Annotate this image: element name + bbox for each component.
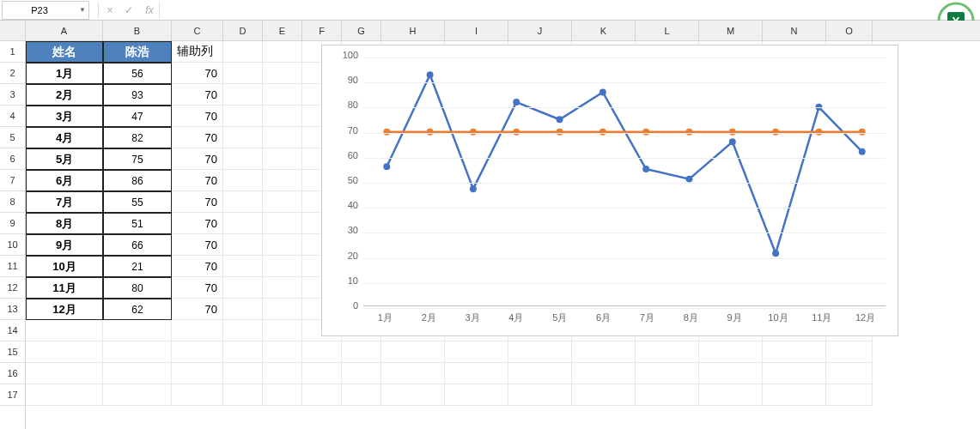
row-header[interactable]: 15	[0, 341, 25, 363]
row-header[interactable]: 17	[0, 384, 25, 406]
cell[interactable]: 2月	[26, 84, 103, 106]
name-box[interactable]: P23 ▼	[2, 1, 89, 20]
cell[interactable]: 82	[103, 127, 172, 148]
chart-data-point[interactable]	[557, 116, 563, 123]
cell[interactable]: 11月	[26, 277, 103, 299]
cell[interactable]	[263, 63, 302, 84]
cell[interactable]	[342, 363, 381, 384]
column-header[interactable]: K	[572, 21, 636, 40]
cell[interactable]	[302, 341, 342, 363]
cell[interactable]: 70	[172, 106, 223, 127]
cell[interactable]: 姓名	[26, 41, 103, 63]
select-all-corner[interactable]	[0, 21, 25, 41]
cell[interactable]: 10月	[26, 256, 103, 277]
cell[interactable]	[263, 84, 302, 106]
cell[interactable]: 70	[172, 84, 223, 106]
cell[interactable]	[763, 363, 826, 384]
row-header[interactable]: 8	[0, 191, 25, 213]
cell[interactable]	[103, 363, 172, 384]
row-header[interactable]: 6	[0, 148, 25, 170]
row-header[interactable]: 10	[0, 234, 25, 256]
cell[interactable]: 51	[103, 213, 172, 234]
row-header[interactable]: 16	[0, 363, 25, 384]
cell[interactable]	[302, 363, 342, 384]
cell[interactable]: 辅助列	[172, 41, 223, 63]
column-header[interactable]: A	[26, 21, 103, 40]
cell[interactable]	[381, 341, 445, 363]
column-header[interactable]: I	[445, 21, 508, 40]
chart-data-point[interactable]	[859, 148, 866, 155]
row-header[interactable]: 14	[0, 320, 25, 341]
cell[interactable]	[263, 127, 302, 148]
cell[interactable]: 5月	[26, 148, 103, 170]
cell[interactable]	[263, 363, 302, 384]
cell[interactable]	[636, 384, 699, 406]
cell[interactable]: 56	[103, 63, 172, 84]
row-header[interactable]: 7	[0, 170, 25, 191]
cell[interactable]	[381, 363, 445, 384]
chart-data-point[interactable]	[470, 185, 477, 192]
chart-data-point[interactable]	[383, 163, 390, 170]
cell[interactable]	[223, 213, 263, 234]
chart-series-line[interactable]	[387, 75, 861, 253]
cell[interactable]: 75	[103, 148, 172, 170]
cell[interactable]	[699, 363, 763, 384]
cell[interactable]	[223, 127, 263, 148]
embedded-chart[interactable]: 01020304050607080901001月2月3月4月5月6月7月8月9月…	[321, 45, 898, 336]
cell[interactable]	[763, 384, 826, 406]
cell[interactable]: 70	[172, 63, 223, 84]
cell[interactable]: 6月	[26, 170, 103, 191]
cell[interactable]	[172, 320, 223, 341]
cell[interactable]	[263, 234, 302, 256]
row-header[interactable]: 9	[0, 213, 25, 234]
row-header[interactable]: 11	[0, 256, 25, 277]
formula-input[interactable]	[161, 1, 980, 20]
cell[interactable]	[263, 384, 302, 406]
cell[interactable]	[263, 277, 302, 299]
cell[interactable]	[263, 106, 302, 127]
chart-data-point[interactable]	[686, 176, 693, 183]
cell[interactable]	[223, 191, 263, 213]
column-header[interactable]: L	[636, 21, 699, 40]
cell[interactable]	[572, 384, 636, 406]
cell[interactable]: 70	[172, 170, 223, 191]
cell[interactable]	[763, 341, 826, 363]
chart-data-point[interactable]	[513, 99, 520, 106]
cell[interactable]	[172, 363, 223, 384]
cell[interactable]: 55	[103, 191, 172, 213]
column-header[interactable]: G	[342, 21, 381, 40]
cell[interactable]: 3月	[26, 106, 103, 127]
cell[interactable]	[223, 148, 263, 170]
cell[interactable]: 70	[172, 148, 223, 170]
column-header[interactable]: C	[172, 21, 223, 40]
cell[interactable]: 9月	[26, 234, 103, 256]
cell[interactable]	[826, 384, 873, 406]
column-header[interactable]: B	[103, 21, 172, 40]
cell[interactable]	[223, 256, 263, 277]
cell[interactable]	[699, 341, 763, 363]
cell[interactable]	[699, 384, 763, 406]
row-header[interactable]: 5	[0, 127, 25, 148]
cell[interactable]	[103, 320, 172, 341]
cell[interactable]: 8月	[26, 213, 103, 234]
cell[interactable]	[826, 363, 873, 384]
cell[interactable]	[445, 363, 508, 384]
cell[interactable]	[508, 384, 572, 406]
cell[interactable]	[826, 341, 873, 363]
column-header[interactable]: E	[263, 21, 302, 40]
cell[interactable]: 62	[103, 299, 172, 320]
chart-data-point[interactable]	[729, 138, 736, 145]
cell[interactable]	[223, 363, 263, 384]
chart-data-point[interactable]	[600, 89, 606, 96]
confirm-icon[interactable]: ✓	[119, 1, 138, 20]
cell[interactable]	[223, 299, 263, 320]
cell[interactable]	[223, 106, 263, 127]
cell[interactable]: 93	[103, 84, 172, 106]
cell[interactable]: 80	[103, 277, 172, 299]
cell[interactable]	[263, 213, 302, 234]
cell[interactable]: 1月	[26, 63, 103, 84]
cell[interactable]: 70	[172, 277, 223, 299]
column-header[interactable]: M	[699, 21, 763, 40]
chart-data-point[interactable]	[642, 166, 649, 172]
cell[interactable]	[381, 384, 445, 406]
